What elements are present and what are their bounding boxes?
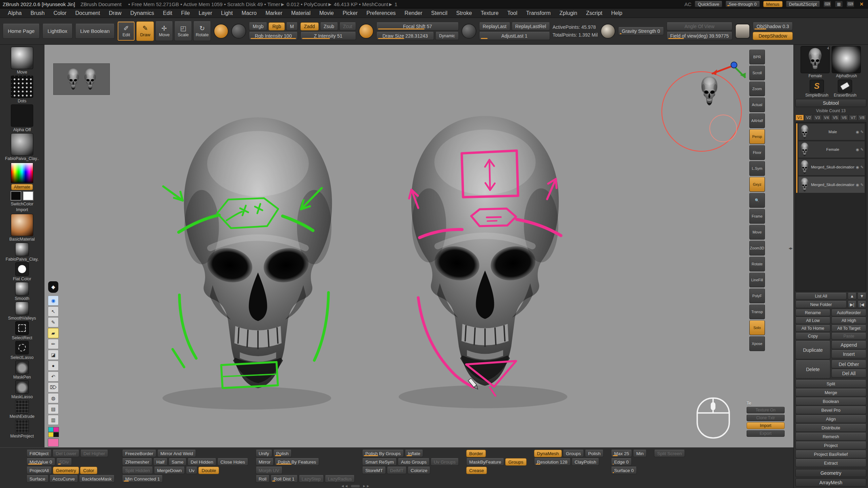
delete-icon[interactable]: ⌦ [48, 382, 59, 392]
recent-material[interactable]: FabioPaiva_Clay, [5, 243, 38, 262]
tray-button[interactable]: Unify [256, 450, 272, 457]
default-zscript-button[interactable]: DefaultZScript [786, 1, 820, 7]
subtool-section-header[interactable]: Subtool [795, 99, 866, 107]
replay-last-button[interactable]: ReplayLast [479, 22, 510, 30]
menu-item[interactable]: Texture [476, 9, 503, 18]
eye-icon[interactable]: ◉ [856, 147, 859, 152]
eraser-icon[interactable]: ◪ [48, 350, 59, 360]
notes-panel-icon[interactable]: ▤ [48, 404, 59, 414]
undo-icon[interactable]: ↶ [48, 371, 59, 382]
layout-grid-icon[interactable]: ▦ [835, 1, 843, 7]
pair-button-a[interactable]: All Low [795, 317, 830, 324]
eye-icon[interactable]: ◉ [856, 130, 859, 134]
subtool-action-button[interactable]: Align [795, 415, 866, 423]
recent-brush-meshproject[interactable]: MeshProject [10, 420, 34, 439]
menu-item[interactable]: Help [607, 9, 627, 18]
tray-button[interactable]: Roll [256, 475, 270, 483]
menu-item[interactable]: File [177, 9, 194, 18]
rgb-button[interactable]: Rgb [269, 22, 285, 30]
current-stroke-dots[interactable]: Dots [11, 76, 33, 103]
menu-item[interactable]: Light [217, 9, 237, 18]
tray-button[interactable]: Uv [186, 467, 198, 474]
tray-button[interactable]: Crease [466, 467, 487, 474]
tray-button[interactable]: Polish [273, 450, 292, 457]
live-boolean-button[interactable]: Live Boolean [75, 24, 115, 39]
tray-button[interactable]: DelMT [387, 467, 407, 474]
view-tab[interactable]: V8 [858, 115, 866, 121]
color-gradient[interactable] [11, 163, 33, 183]
subtool-row[interactable]: Female ◉ ✎ [798, 141, 865, 158]
paint-icon[interactable]: ✎ [861, 147, 864, 152]
zadd-button[interactable]: Zadd [300, 22, 319, 30]
lightbox-button[interactable]: LightBox [42, 24, 72, 39]
menu-item[interactable]: Material [287, 9, 315, 18]
menu-item[interactable]: Brush [26, 9, 49, 18]
draw-size-slider[interactable]: Draw Size 228.31243 [376, 32, 434, 40]
tray-button[interactable]: Inflate [405, 450, 423, 457]
switch-color-button[interactable]: SwitchColor [11, 202, 34, 206]
paint-icon[interactable]: ✎ [861, 183, 864, 187]
alpha-brush-slot[interactable]: AlphaBrush [832, 46, 861, 78]
duplicate-button[interactable]: Duplicate [795, 341, 830, 359]
menu-item[interactable]: Transform [522, 9, 555, 18]
current-brush-move[interactable]: Move [11, 47, 33, 75]
eye-icon[interactable]: ◉ [856, 165, 859, 169]
subtool-action-button[interactable]: Extract [795, 459, 866, 467]
folder-back-icon[interactable]: |◀ [857, 301, 866, 308]
menu-item[interactable]: Stroke [452, 9, 476, 18]
eye-icon[interactable]: ◉ [856, 183, 859, 187]
tray-button[interactable]: Mirror [256, 458, 274, 466]
menu-item[interactable]: Alpha [3, 9, 26, 18]
menu-item[interactable]: Document [71, 9, 104, 18]
tray-button[interactable]: Edge 0 [611, 458, 632, 466]
current-tool-slot[interactable]: 4 Female [801, 46, 830, 78]
secondary-color-swatch[interactable] [23, 191, 34, 201]
pair-button-a[interactable]: All To Home [795, 325, 830, 332]
view-tab[interactable]: V2 [804, 115, 813, 121]
tray-button[interactable]: Groups [563, 450, 584, 457]
tray-button[interactable]: Auto Groups [398, 458, 430, 466]
bpr-render-button[interactable]: BPR [749, 49, 765, 64]
new-folder-button[interactable]: New Folder [795, 301, 847, 308]
pair-button-b[interactable]: All To Target [831, 325, 866, 332]
tray-button[interactable]: Morph UV [256, 467, 282, 474]
delete-button[interactable]: Delete [795, 360, 830, 379]
mrgb-button[interactable]: Mrgb [249, 22, 267, 30]
tray-button[interactable]: Resolution 128 [534, 458, 571, 466]
actual-button[interactable]: Actual [749, 97, 765, 112]
list-panel-icon[interactable]: ▥ [48, 415, 59, 425]
transparency-button[interactable]: Transp [749, 304, 765, 319]
pair-button-b[interactable]: All High [831, 317, 866, 324]
tray-button[interactable]: ZRemesher [122, 458, 152, 466]
subtool-row[interactable]: Male ◉ ✎ [798, 123, 865, 140]
nav-gizmo[interactable] [662, 62, 746, 151]
list-all-button[interactable]: List All [795, 293, 847, 300]
subtool-action-button[interactable]: Remesh [795, 433, 866, 441]
home-page-button[interactable]: Home Page [3, 24, 40, 39]
recent-brush-masklasso[interactable]: MaskLasso [11, 380, 33, 399]
folder-forward-icon[interactable]: ▶| [848, 301, 856, 308]
tray-button[interactable]: FillObject [26, 450, 52, 457]
tray-button[interactable]: Split Hidden [122, 467, 153, 474]
recent-brush-meshextrude[interactable]: MeshExtrude [9, 400, 35, 419]
tray-button[interactable]: Double [198, 467, 219, 474]
angle-of-view-button[interactable]: Angle Of View [667, 22, 733, 30]
frame-button[interactable]: Frame [749, 209, 765, 224]
tray-button[interactable]: Polish By Groups [362, 450, 403, 457]
tray-button[interactable]: Polish By Features [275, 458, 319, 466]
tray-button[interactable]: ProjectAll [26, 467, 52, 474]
tray-button[interactable]: Del Lower [53, 450, 79, 457]
document-thumbnail[interactable] [53, 63, 110, 95]
arraymesh-section-header[interactable]: ArrayMesh [795, 479, 866, 487]
recent-brush-smooth[interactable]: Smooth [15, 282, 29, 301]
tray-button[interactable]: Min [633, 450, 647, 457]
view-tab[interactable]: V7 [849, 115, 857, 121]
menu-item[interactable]: Zplugin [555, 9, 581, 18]
tray-button[interactable]: Surface [26, 475, 48, 483]
highlighter-icon[interactable]: ▰ [48, 328, 59, 338]
polyframe-button[interactable]: PolyF [749, 288, 765, 303]
sculpt-canvas[interactable]: ◆ ◉↖✎▰✏◪●↶⌦◍▤▥ BPRScrollZoomActualAAHalf… [44, 45, 793, 447]
floor-button[interactable]: Floor [749, 145, 765, 160]
tray-button[interactable]: FreezeBorder [122, 450, 156, 457]
subtool-action-button[interactable]: Merge [795, 389, 866, 396]
